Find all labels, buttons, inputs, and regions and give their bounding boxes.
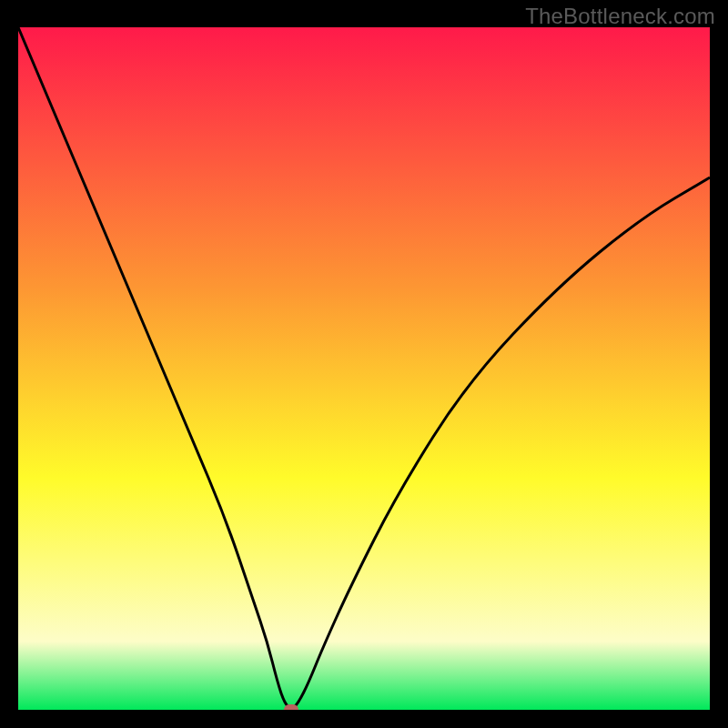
- chart-svg: [18, 27, 710, 710]
- watermark-text: TheBottleneck.com: [525, 4, 715, 29]
- optimal-point-marker: [284, 704, 298, 710]
- plot-area: [18, 27, 710, 710]
- chart-frame: TheBottleneck.com: [0, 0, 728, 728]
- gradient-background: [18, 27, 710, 710]
